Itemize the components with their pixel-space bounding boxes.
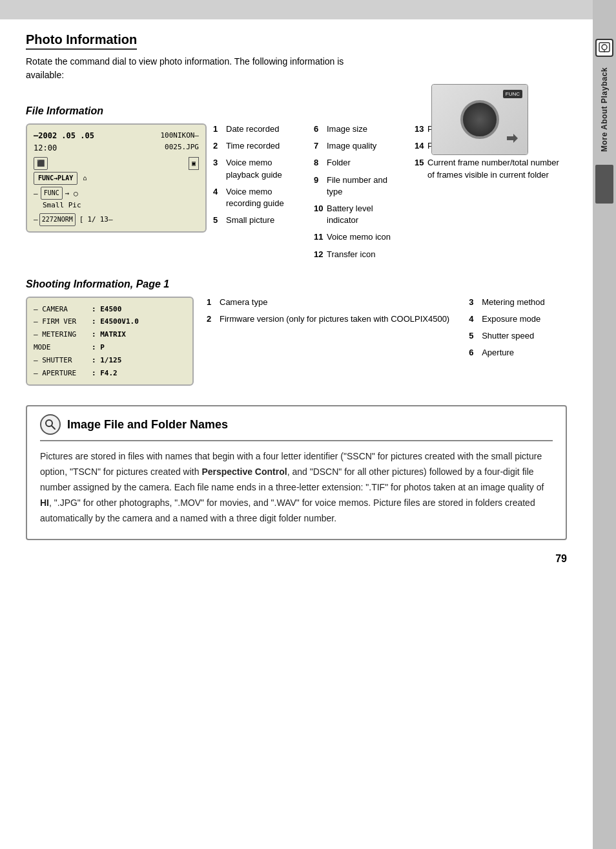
list-item: 3 Metering method xyxy=(469,297,559,308)
item-text: Firmware version (only for pictures take… xyxy=(220,313,449,325)
num-col-1: 1 Date recorded 2 Time recorded 3 Voice … xyxy=(213,123,303,266)
svg-point-1 xyxy=(602,45,607,50)
item-text: Exposure mode xyxy=(482,313,540,325)
lcd-display: —2002 .05 .05 12:00 100NIKON— 0025.JPG ⬛… xyxy=(26,123,207,233)
item-text: Voice memo recording guide xyxy=(226,186,303,209)
item-text: Date recorded xyxy=(226,123,279,135)
item-text: Small picture xyxy=(226,215,274,226)
list-item: 7 Image quality xyxy=(314,140,404,152)
header-row: Photo Information Rotate the command dia… xyxy=(26,32,567,92)
list-item: 8 Folder xyxy=(314,157,404,169)
shooting-col-1: 1 Camera type 2 Firmware version (only f… xyxy=(207,297,449,386)
list-item: 10 Battery level indicator xyxy=(314,203,404,226)
image-file-section: Image File and Folder Names Pictures are… xyxy=(26,405,567,540)
item-text: Image quality xyxy=(327,140,376,152)
page-number: 79 xyxy=(26,553,567,565)
svg-line-4 xyxy=(52,426,55,429)
item-text: Voice memo icon xyxy=(327,231,391,243)
list-item: 11 Voice memo icon xyxy=(314,231,404,243)
item-text: Camera type xyxy=(220,297,267,308)
image-file-body: Pictures are stored in files with names … xyxy=(40,449,553,526)
item-text: Time recorded xyxy=(226,140,280,152)
side-tab-bar xyxy=(595,165,613,204)
playback-icon xyxy=(595,39,613,57)
search-icon xyxy=(40,414,61,435)
item-text: Shutter speed xyxy=(482,330,534,342)
list-item: 2 Firmware version (only for pictures ta… xyxy=(207,313,449,325)
list-item: 4 Voice memo recording guide xyxy=(213,186,303,209)
func-button-label: FUNC xyxy=(503,90,522,98)
svg-rect-0 xyxy=(599,43,610,52)
side-tab-label: More About Playback xyxy=(600,67,609,152)
list-item: 6 Image size xyxy=(314,123,404,135)
item-text: File number and type xyxy=(327,174,404,198)
camera-lens xyxy=(460,100,499,139)
shooting-lcd: — CAMERA : E4500 — FIRM VER : E4500V1.0 … xyxy=(26,297,194,386)
shooting-info-main: — CAMERA : E4500 — FIRM VER : E4500V1.0 … xyxy=(26,297,567,386)
list-item: 1 Camera type xyxy=(207,297,449,308)
hi-bold: HI xyxy=(40,498,49,508)
main-content: Photo Information Rotate the command dia… xyxy=(0,0,593,849)
item-text: Voice memo playback guide xyxy=(226,157,303,180)
list-item: 1 Date recorded xyxy=(213,123,303,135)
list-item: 3 Voice memo playback guide xyxy=(213,157,303,180)
list-item: 9 File number and type xyxy=(314,174,404,198)
list-item: 5 Small picture xyxy=(213,215,303,226)
list-item: 5 Shutter speed xyxy=(469,330,559,342)
item-text: Image size xyxy=(327,123,367,135)
list-item: 12 Transfer icon xyxy=(314,249,404,260)
perspective-control-bold: Perspective Control xyxy=(201,466,287,477)
image-file-title: Image File and Folder Names xyxy=(67,418,228,432)
top-gray-bar xyxy=(0,0,593,19)
shooting-nums: 1 Camera type 2 Firmware version (only f… xyxy=(207,297,559,386)
image-file-header: Image File and Folder Names xyxy=(40,414,553,441)
num-col-2: 6 Image size 7 Image quality 8 Folder xyxy=(314,123,404,266)
item-text: Aperture xyxy=(482,347,514,359)
item-text: Metering method xyxy=(482,297,545,308)
item-text: Transfer icon xyxy=(327,249,375,260)
list-item: 2 Time recorded xyxy=(213,140,303,152)
item-text: Folder xyxy=(327,157,351,169)
intro-text: Rotate the command dial to view photo in… xyxy=(26,55,362,82)
page-title: Photo Information xyxy=(26,32,137,50)
list-item: 6 Aperture xyxy=(469,347,559,359)
camera-image: FUNC xyxy=(431,84,535,162)
list-item: 4 Exposure mode xyxy=(469,313,559,325)
shooting-info-subtitle: Shooting Information, Page 1 xyxy=(26,278,567,290)
shooting-col-2: 3 Metering method 4 Exposure mode 5 Shut… xyxy=(469,297,559,386)
item-text: Battery level indicator xyxy=(327,203,404,226)
side-tab: More About Playback xyxy=(593,0,616,849)
